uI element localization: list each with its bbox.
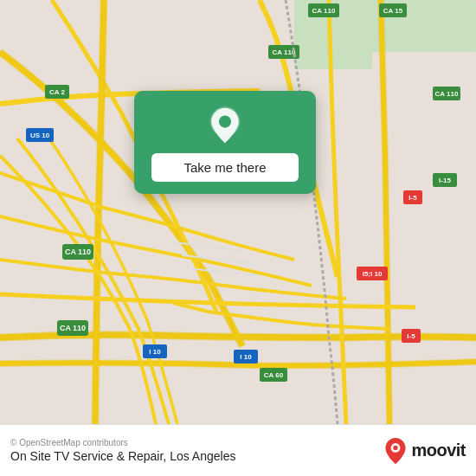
svg-text:CA 110: CA 110	[435, 90, 459, 98]
moovit-brand-text: moovit	[411, 441, 466, 460]
map-container: CA 110 CA 110 I 10 I 10 CA 60 US 10 CA 2…	[0, 0, 476, 424]
svg-text:CA 110: CA 110	[312, 7, 336, 15]
svg-point-34	[219, 116, 231, 128]
map-background: CA 110 CA 110 I 10 I 10 CA 60 US 10 CA 2…	[0, 0, 476, 424]
svg-text:CA 60: CA 60	[264, 371, 284, 379]
svg-text:CA 2: CA 2	[49, 88, 65, 96]
svg-text:I-5: I-5	[407, 332, 415, 340]
svg-text:I-15: I-15	[439, 177, 451, 184]
svg-text:CA 15: CA 15	[383, 7, 403, 15]
moovit-logo: moovit	[383, 437, 466, 465]
svg-text:I-5: I-5	[408, 194, 417, 202]
svg-text:I5;I 10: I5;I 10	[363, 270, 383, 278]
location-card: Take me there	[134, 91, 316, 194]
location-name: On Site TV Service & Repair, Los Angeles	[10, 449, 235, 463]
svg-text:CA 110: CA 110	[65, 248, 91, 256]
svg-text:US 10: US 10	[30, 132, 50, 139]
svg-text:I 10: I 10	[149, 348, 161, 356]
take-me-there-button[interactable]: Take me there	[151, 153, 299, 182]
svg-text:I 10: I 10	[240, 353, 252, 361]
map-attribution: © OpenStreetMap contributors	[10, 438, 235, 447]
moovit-pin-icon	[383, 437, 408, 465]
footer: © OpenStreetMap contributors On Site TV …	[0, 424, 476, 476]
svg-point-36	[394, 445, 398, 449]
map-pin-icon	[206, 106, 244, 145]
footer-left: © OpenStreetMap contributors On Site TV …	[10, 438, 235, 463]
svg-text:CA 110: CA 110	[60, 324, 86, 332]
